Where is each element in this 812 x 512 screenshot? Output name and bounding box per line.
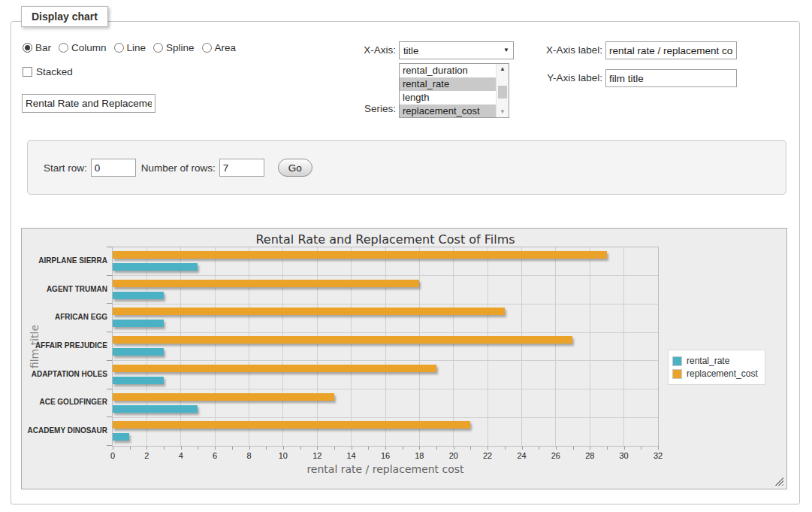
bar-replacement_cost-airplane-sierra xyxy=(113,251,607,259)
x-axis-tick xyxy=(403,447,403,450)
radio-icon[interactable] xyxy=(114,43,124,53)
x-axis-tick-label: 24 xyxy=(511,451,533,460)
series-multiselect[interactable]: rental_durationrental_ratelengthreplacem… xyxy=(399,63,509,118)
chevron-down-icon: ▼ xyxy=(503,47,509,53)
gridline-horizontal xyxy=(113,275,658,276)
category-tick xyxy=(107,417,112,417)
legend-item-replacement_cost: replacement_cost xyxy=(672,368,758,379)
x-axis-tick xyxy=(624,447,625,450)
x-axis-tick xyxy=(146,447,147,450)
chart-title-input[interactable] xyxy=(22,94,155,113)
radio-icon[interactable] xyxy=(23,43,32,53)
x-axis-tick xyxy=(590,447,590,450)
x-axis-select[interactable]: title ▼ xyxy=(399,41,514,59)
category-label: ADAPTATION HOLES xyxy=(22,370,107,378)
x-axis-tick-label: 30 xyxy=(613,451,635,460)
legend-label: replacement_cost xyxy=(687,368,758,379)
category-label: AIRPLANE SIERRA xyxy=(22,256,107,265)
gridline-vertical xyxy=(453,247,454,446)
gridline-vertical xyxy=(146,247,147,446)
gridline-vertical xyxy=(488,247,488,446)
gridline-vertical xyxy=(282,247,283,446)
category-tick xyxy=(107,389,112,389)
gridline-horizontal xyxy=(113,417,658,418)
series-options: rental_durationrental_ratelengthreplacem… xyxy=(400,64,496,117)
x-axis-tick xyxy=(181,447,182,450)
x-axis-select-caption: X-Axis: xyxy=(342,41,396,59)
gridline-vertical xyxy=(623,247,624,446)
x-axis-label-caption: X-Axis label: xyxy=(533,41,602,59)
x-axis-tick xyxy=(573,447,574,450)
x-axis-tick xyxy=(385,447,386,450)
x-axis-tick-label: 18 xyxy=(408,451,430,460)
chart-type-option-area[interactable]: Area xyxy=(202,42,237,53)
x-axis-tick xyxy=(283,447,284,450)
bar-rental_rate-agent-truman xyxy=(113,292,164,299)
y-axis-label-caption: Y-Axis label: xyxy=(533,69,602,87)
category-tick xyxy=(107,247,112,247)
x-axis-tick-label: 12 xyxy=(306,451,328,460)
chart-type-option-label: Area xyxy=(215,42,237,53)
chart-type-option-spline[interactable]: Spline xyxy=(153,42,195,53)
scrollbar-thumb[interactable] xyxy=(498,86,507,98)
gridline-vertical xyxy=(317,247,318,446)
row-range-controls: Start row: Number of rows: Go xyxy=(44,159,312,177)
chart-type-option-bar[interactable]: Bar xyxy=(23,42,51,53)
x-axis-tick xyxy=(317,447,318,450)
series-option-rental_duration[interactable]: rental_duration xyxy=(400,64,496,77)
x-axis-tick xyxy=(164,447,165,450)
bar-rental_rate-african-egg xyxy=(113,320,164,327)
x-axis-title: rental rate / replacement cost xyxy=(112,463,659,475)
x-axis-tick-label: 22 xyxy=(476,451,499,460)
radio-icon[interactable] xyxy=(59,43,68,53)
gridline-vertical xyxy=(215,247,216,446)
number-of-rows-input[interactable] xyxy=(219,159,264,177)
gridline-vertical xyxy=(351,247,352,446)
gridline-horizontal xyxy=(113,389,658,389)
chart-type-option-column[interactable]: Column xyxy=(59,42,107,53)
start-row-input[interactable] xyxy=(91,159,136,177)
resize-handle-icon[interactable] xyxy=(774,477,783,486)
go-button[interactable]: Go xyxy=(278,159,312,177)
x-axis-tick xyxy=(215,447,216,450)
scrollbar-up-icon[interactable]: ▲ xyxy=(497,64,509,74)
x-axis-label-input[interactable] xyxy=(605,41,737,59)
gridline-vertical xyxy=(180,247,181,446)
chart-type-option-label: Bar xyxy=(35,42,51,53)
x-axis-tick-label: 8 xyxy=(238,451,261,460)
x-axis-tick xyxy=(454,447,454,450)
x-axis-tick xyxy=(198,447,198,450)
category-label: ACE GOLDFINGER xyxy=(22,398,107,406)
x-axis-tick-label: 16 xyxy=(374,451,397,460)
x-axis-tick-label: 20 xyxy=(442,451,465,460)
stacked-label: Stacked xyxy=(36,66,73,77)
y-axis-label-input[interactable] xyxy=(605,69,737,87)
chart-type-option-line[interactable]: Line xyxy=(114,42,146,53)
x-axis-tick xyxy=(539,447,539,450)
scrollbar-down-icon[interactable]: ▼ xyxy=(497,107,509,117)
series-option-length[interactable]: length xyxy=(400,91,496,105)
gridline-vertical xyxy=(249,247,249,446)
checkbox-icon[interactable] xyxy=(23,67,32,77)
plot-area xyxy=(112,247,659,447)
scrollbar[interactable]: ▲ ▼ xyxy=(496,64,509,117)
radio-icon[interactable] xyxy=(202,43,212,53)
x-axis-tick xyxy=(505,447,506,450)
gridline-vertical xyxy=(590,247,590,446)
legend-swatch-icon xyxy=(672,369,682,379)
x-axis-tick xyxy=(249,447,250,450)
bar-replacement_cost-ace-goldfinger xyxy=(113,393,334,401)
series-option-replacement_cost[interactable]: replacement_cost xyxy=(400,105,496,118)
radio-icon[interactable] xyxy=(153,43,163,53)
series-option-rental_rate[interactable]: rental_rate xyxy=(400,77,496,91)
stacked-checkbox-row[interactable]: Stacked xyxy=(23,66,73,77)
chart-type-radio-group: BarColumnLineSplineArea xyxy=(23,42,236,53)
gridline-horizontal xyxy=(113,304,658,304)
x-axis-tick-label: 10 xyxy=(272,451,294,460)
chart-container: Rental Rate and Replacement Cost of Film… xyxy=(21,228,787,489)
legend-label: rental_rate xyxy=(687,356,729,366)
bar-replacement_cost-african-egg xyxy=(113,308,505,315)
start-row-label: Start row: xyxy=(44,162,87,174)
category-tick xyxy=(107,303,112,304)
x-axis-tick-label: 14 xyxy=(340,451,363,460)
